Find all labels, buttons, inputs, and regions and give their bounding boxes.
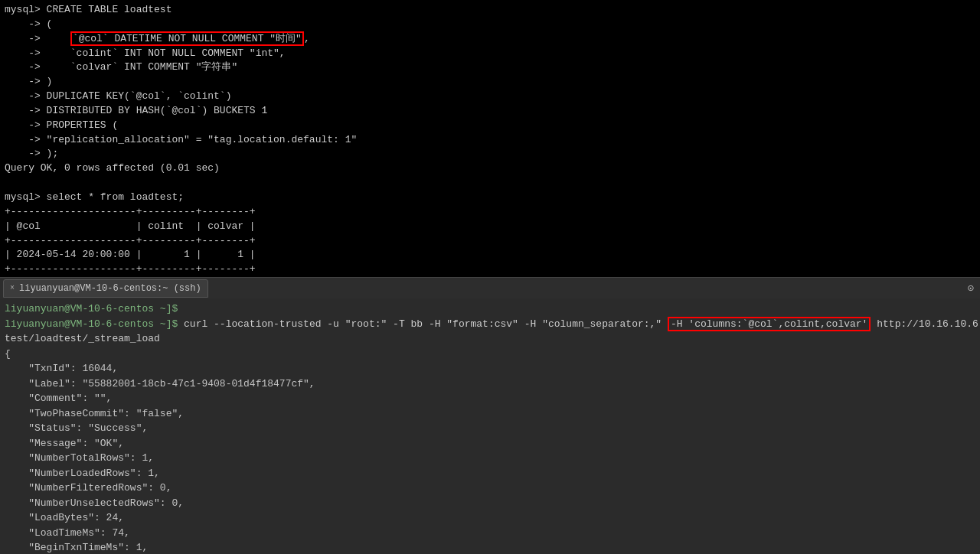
curl-command: curl --location-trusted -u "root:" -T bb… [178,318,662,330]
top-pane: mysql> CREATE TABLE loadtest -> ( -> `@c… [0,0,980,277]
bottom-pane: liyuanyuan@VM-10-6-centos ~]$ liyuanyuan… [0,298,980,554]
terminal-tab[interactable]: × liyuanyuan@VM-10-6-centos:~ (ssh) [3,279,208,298]
columns-header-highlight: -H 'columns:`@col`,colint,colvar' [668,317,871,332]
curl-path: test/loadtest/_stream_load [5,333,160,344]
tab-label: liyuanyuan@VM-10-6-centos:~ (ssh) [19,283,201,294]
tab-maximize-icon[interactable]: ⊙ [968,282,974,295]
terminal-wrapper: mysql> CREATE TABLE loadtest -> ( -> `@c… [0,0,980,554]
json-response: { "TxnId": 16044, "Label": "55882001-18c… [5,348,315,554]
top-terminal-content: mysql> CREATE TABLE loadtest -> ( -> `@c… [5,3,975,277]
mysql-prompt: mysql> [5,4,47,15]
col-definition-highlight: `@col` DATETIME NOT NULL COMMENT "时间" [70,31,304,46]
shell-prompt-2: liyuanyuan@VM-10-6-centos ~]$ [5,318,178,330]
tab-bar: × liyuanyuan@VM-10-6-centos:~ (ssh) ⊙ [0,277,980,298]
shell-prompt-1: liyuanyuan@VM-10-6-centos ~]$ [5,303,178,314]
create-table-cmd: CREATE TABLE loadtest [47,4,172,15]
bottom-terminal-content: liyuanyuan@VM-10-6-centos ~]$ liyuanyuan… [5,301,975,554]
curl-url: http://10.16.10.6:18739/api/ [871,318,980,330]
tab-close-icon[interactable]: × [10,284,15,292]
